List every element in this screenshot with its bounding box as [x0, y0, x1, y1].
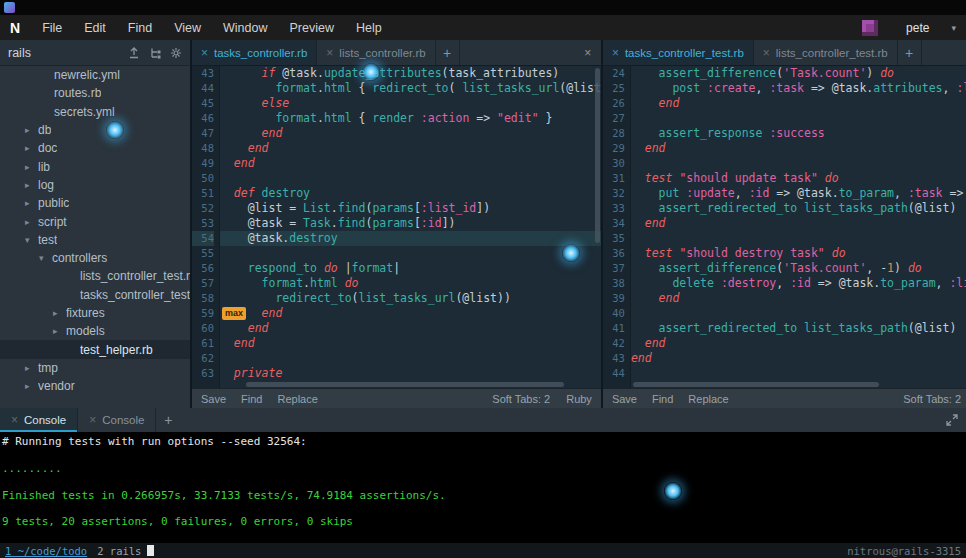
code-line[interactable]: end [220, 321, 601, 336]
new-tab-button[interactable]: + [436, 40, 460, 65]
chevron-expanded-icon[interactable]: ▾ [39, 253, 52, 263]
find-button[interactable]: Find [652, 393, 673, 405]
tree-folder-fixtures[interactable]: ▸fixtures [0, 304, 190, 322]
tree-folder-db[interactable]: ▸db [0, 121, 190, 139]
chevron-collapsed-icon[interactable]: ▸ [25, 198, 38, 208]
code-line[interactable]: assert_redirected_to list_tasks_path(@li… [631, 201, 966, 216]
code-line[interactable]: end [631, 141, 966, 156]
tab-close-icon[interactable]: × [11, 414, 18, 426]
code-line[interactable] [631, 156, 966, 171]
code-editor[interactable]: 2425262728293031323334353637383940414243… [603, 66, 966, 388]
tree-file-secrets.yml[interactable]: secrets.yml [0, 103, 190, 121]
upload-icon[interactable] [128, 47, 140, 59]
code-line[interactable]: assert_response :success [631, 126, 966, 141]
code-line[interactable]: end [631, 291, 966, 306]
code-line[interactable] [220, 351, 601, 366]
terminal[interactable]: # Running tests with run options --seed … [0, 432, 966, 543]
replace-button[interactable]: Replace [688, 393, 728, 405]
code-line[interactable]: assert_difference('Task.count', -1) do [631, 261, 966, 276]
code-line[interactable]: redirect_to(list_tasks_url(@list)) [220, 291, 601, 306]
tree-folder-controllers[interactable]: ▾controllers [0, 249, 190, 267]
gear-icon[interactable] [170, 47, 182, 59]
tree-file-test_helper.rb[interactable]: test_helper.rb [0, 340, 190, 358]
chevron-collapsed-icon[interactable]: ▸ [25, 125, 38, 135]
tree-file-tasks_controller_test.rb[interactable]: tasks_controller_test.rb [0, 286, 190, 304]
code-line[interactable]: end [631, 96, 966, 111]
code-line[interactable]: end [631, 351, 966, 366]
editor-tab-tasks_controller.rb[interactable]: ×tasks_controller.rb [192, 40, 317, 65]
code-line[interactable]: @list = List.find(params[:list_id]) [220, 201, 601, 216]
tree-folder-models[interactable]: ▸models [0, 322, 190, 340]
console-tab[interactable]: ×Console [0, 408, 78, 432]
tree-folder-vendor[interactable]: ▸vendor [0, 377, 190, 395]
console-tab[interactable]: ×Console [78, 408, 156, 432]
tab-close-icon[interactable]: × [201, 47, 208, 59]
code-line[interactable]: if @task.update_attributes(task_attribut… [220, 66, 601, 81]
close-pane-button[interactable]: × [575, 40, 601, 65]
code-line[interactable]: assert_redirected_to list_tasks_path(@li… [631, 321, 966, 336]
code-line[interactable]: test "should destroy task" do [631, 246, 966, 261]
tree-folder-doc[interactable]: ▸doc [0, 139, 190, 157]
expand-console-icon[interactable] [938, 408, 966, 432]
code-line[interactable]: end [220, 126, 601, 141]
save-button[interactable]: Save [612, 393, 637, 405]
tab-close-icon[interactable]: × [89, 414, 96, 426]
chevron-collapsed-icon[interactable]: ▸ [25, 217, 38, 227]
code-line[interactable] [220, 171, 601, 186]
chevron-collapsed-icon[interactable]: ▸ [25, 363, 38, 373]
menu-help[interactable]: Help [356, 21, 382, 35]
tree-file-newrelic.yml[interactable]: newrelic.yml [0, 66, 190, 84]
tree-folder-tmp[interactable]: ▸tmp [0, 359, 190, 377]
tab-close-icon[interactable]: × [763, 47, 770, 59]
menu-file[interactable]: File [42, 21, 62, 35]
menu-preview[interactable]: Preview [290, 21, 334, 35]
code-line[interactable] [631, 111, 966, 126]
editor-tab-lists_controller.rb[interactable]: ×lists_controller.rb [317, 40, 435, 65]
soft-tabs-setting[interactable]: Soft Tabs: 2 [492, 393, 550, 405]
tree-file-lists_controller_test.rb[interactable]: lists_controller_test.rb [0, 267, 190, 285]
code-line[interactable]: format.html { redirect_to( list_tasks_ur… [220, 81, 601, 96]
code-line[interactable] [631, 306, 966, 321]
menu-find[interactable]: Find [128, 21, 152, 35]
horizontal-scrollbar[interactable] [631, 381, 966, 388]
code-line[interactable]: @task.destroy [220, 231, 601, 246]
editor-tab-lists_controller_test.rb[interactable]: ×lists_controller_test.rb [754, 40, 898, 65]
code-line[interactable]: end [631, 216, 966, 231]
code-line[interactable]: max end [220, 306, 601, 321]
code-editor[interactable]: 4344454647484950515253545556575859606162… [192, 66, 601, 388]
code-line[interactable] [631, 231, 966, 246]
code-line[interactable]: end [631, 336, 966, 351]
menu-view[interactable]: View [174, 21, 201, 35]
code-line[interactable]: assert_difference('Task.count') do [631, 66, 966, 81]
horizontal-scrollbar[interactable] [220, 381, 594, 388]
code-line[interactable]: format.html { render :action => "edit" } [220, 111, 601, 126]
replace-button[interactable]: Replace [277, 393, 317, 405]
chevron-collapsed-icon[interactable]: ▸ [53, 308, 66, 318]
tree-folder-log[interactable]: ▸log [0, 176, 190, 194]
tab-close-icon[interactable]: × [326, 47, 333, 59]
tree-icon[interactable] [149, 47, 161, 59]
tree-folder-lib[interactable]: ▸lib [0, 157, 190, 175]
tree-file-routes.rb[interactable]: routes.rb [0, 84, 190, 102]
code-line[interactable]: @task = Task.find(params[:id]) [220, 216, 601, 231]
tree-folder-public[interactable]: ▸public [0, 194, 190, 212]
new-tab-button[interactable]: + [898, 40, 922, 65]
code-line[interactable]: put :update, :id => @task.to_param, :tas… [631, 186, 966, 201]
code-line[interactable]: end [220, 156, 601, 171]
tab-close-icon[interactable]: × [612, 47, 619, 59]
chevron-collapsed-icon[interactable]: ▸ [53, 326, 66, 336]
soft-tabs-setting[interactable]: Soft Tabs: 2 [903, 393, 961, 405]
menu-edit[interactable]: Edit [84, 21, 106, 35]
tree-folder-script[interactable]: ▸script [0, 212, 190, 230]
code-line[interactable]: test "should update task" do [631, 171, 966, 186]
code-line[interactable]: format.html do [220, 276, 601, 291]
new-console-button[interactable]: + [156, 408, 180, 432]
code-line[interactable]: def destroy [220, 186, 601, 201]
chevron-collapsed-icon[interactable]: ▸ [25, 381, 38, 391]
code-line[interactable] [631, 366, 966, 381]
chevron-collapsed-icon[interactable]: ▸ [25, 162, 38, 172]
user-avatar[interactable] [862, 20, 878, 36]
tree-folder-test[interactable]: ▾test [0, 231, 190, 249]
user-menu[interactable]: pete [906, 21, 929, 35]
menu-window[interactable]: Window [223, 21, 267, 35]
